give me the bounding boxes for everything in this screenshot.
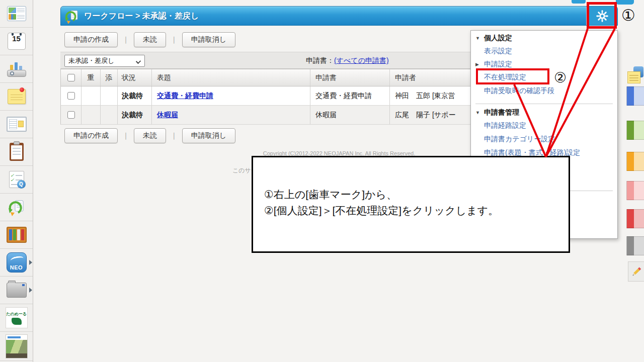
sidebar-item-survey[interactable]: ✓ ✓ Q (0, 166, 33, 194)
toolbar-separator: ｜ (122, 35, 129, 44)
toolbar-separator: ｜ (171, 131, 178, 140)
unread-button[interactable]: 未読 (134, 32, 166, 47)
all-forms-link[interactable]: (すべての申請書) (334, 56, 389, 64)
menu-group-form-management[interactable]: ▼ 申請書管理 (471, 106, 617, 119)
label-tab-green[interactable] (626, 121, 644, 140)
flyout-arrow-icon (29, 288, 32, 293)
survey-icon: ✓ ✓ Q (9, 171, 24, 188)
sidebar-item-neo[interactable]: NEO (0, 249, 33, 277)
status-text: 決裁待 (122, 111, 143, 120)
form-filter-label: 申請書： (306, 56, 334, 64)
app-screen: 15 ✓ ✓ Q (0, 0, 644, 362)
app-sidebar: 15 ✓ ✓ Q (0, 0, 33, 362)
triangle-right-icon: ▶ (475, 62, 479, 67)
view-select[interactable]: 未承認・差戻し (64, 55, 145, 67)
menu-item-display-settings[interactable]: 表示設定 (471, 45, 617, 58)
survey-q-badge: Q (17, 180, 26, 189)
col-header-title[interactable]: 表題 (151, 69, 310, 86)
workflow-icon (7, 198, 26, 217)
label-tab-gray[interactable] (626, 236, 644, 255)
create-request-button[interactable]: 申請の作成 (64, 128, 118, 143)
sidebar-item-workflow[interactable] (0, 194, 33, 221)
tanomeru-logo: たのめーる (6, 307, 28, 328)
portal-icon (7, 6, 26, 21)
menu-item-category-settings[interactable]: 申請書カテゴリー設定 (471, 133, 617, 146)
status-text: 決裁待 (122, 92, 143, 101)
step-marker-1: ① (621, 6, 635, 24)
sidebar-item-cabinet[interactable] (0, 277, 33, 304)
annotation-line-1: ①右上の[歯車マーク]から、 (264, 188, 397, 202)
sidebar-item-tanomeru[interactable]: たのめーる (0, 304, 33, 332)
sidebar-item-facility[interactable] (0, 55, 33, 83)
sidebar-item-ad-banner[interactable] (0, 332, 33, 361)
label-tab-blue[interactable] (626, 86, 644, 106)
cancel-request-button[interactable]: 申請取消し (182, 32, 235, 47)
row-checkbox[interactable] (67, 111, 75, 119)
menu-group-personal-settings[interactable]: ▼ 個人設定 (471, 32, 617, 45)
request-title-link[interactable]: 交通費・経費申請 (157, 92, 213, 101)
sidebar-item-report[interactable] (0, 138, 33, 166)
sidebar-item-schedule[interactable]: 15 (0, 28, 33, 55)
view-select-value: 未承認・差戻し (68, 57, 114, 64)
toolbar-separator: ｜ (122, 131, 129, 140)
col-header-attachment[interactable]: 添 (100, 69, 117, 86)
menu-item-receipt-confirmation[interactable]: 申請受取時の確認手段 (471, 84, 617, 98)
bookshelf-icon (7, 227, 27, 243)
step-marker-2: ② (554, 69, 567, 86)
clipboard-icon (10, 143, 24, 161)
page-title: ワークフロー > 未承認・差戻し (84, 7, 199, 25)
sidebar-item-portal[interactable] (0, 0, 33, 28)
flyout-arrow-icon (29, 260, 32, 265)
calendar-icon: 15 (8, 33, 26, 50)
request-title-link[interactable]: 休暇届 (157, 111, 178, 120)
cancel-request-button[interactable]: 申請取消し (182, 128, 235, 143)
toolbar-top: 申請の作成 ｜ 未読 ｜ 申請取消し (64, 32, 235, 47)
annotation-line-2: ②[個人設定]＞[不在処理設定]をクリックします。 (264, 204, 499, 218)
col-header-form[interactable]: 申請書 (310, 69, 389, 86)
unread-button[interactable]: 未読 (134, 128, 166, 143)
select-all-checkbox[interactable] (67, 74, 75, 81)
toolbar-separator: ｜ (171, 35, 178, 44)
cutoff-ui-fragment (616, 0, 634, 5)
form-name: 休暇届 (310, 106, 389, 124)
chevron-down-icon (136, 59, 141, 64)
create-request-button[interactable]: 申請の作成 (64, 32, 118, 47)
sticky-note-icon[interactable] (627, 66, 644, 83)
form-filter: 申請書：(すべての申請書) (306, 56, 389, 65)
label-tab-orange[interactable] (626, 152, 644, 171)
memo-icon (8, 89, 26, 104)
label-tab-pink[interactable] (626, 181, 644, 200)
menu-item-route-settings[interactable]: 申請経路設定 (471, 119, 617, 132)
form-name: 交通費・経費申請 (310, 86, 389, 105)
col-header-status[interactable]: 状況 (117, 69, 151, 86)
sidebar-item-library[interactable] (0, 221, 33, 249)
highlight-box-absence-setting (476, 68, 549, 84)
toolbar-bottom: 申請の作成 ｜ 未読 ｜ 申請取消し (64, 128, 235, 143)
sidebar-item-memo[interactable] (0, 83, 33, 111)
row-checkbox[interactable] (67, 92, 75, 100)
module-header: ワークフロー > 未承認・差戻し (60, 6, 618, 26)
pencil-edit-icon[interactable] (628, 261, 644, 282)
col-header-important[interactable]: 重 (81, 69, 100, 86)
bulletin-board-icon (7, 117, 27, 132)
triangle-down-icon: ▼ (475, 36, 480, 41)
projector-icon (6, 60, 27, 78)
cutoff-ui-fragment (572, 0, 586, 4)
label-tab-red[interactable] (626, 209, 644, 228)
annotation-box: ①右上の[歯車マーク]から、 ②[個人設定]＞[不在処理設定]をクリックします。 (252, 156, 570, 253)
neo-app-icon: NEO (7, 252, 27, 273)
highlight-box-gear (587, 2, 617, 29)
folder-icon (7, 283, 27, 298)
triangle-down-icon: ▼ (475, 110, 480, 115)
workflow-header-icon (64, 9, 79, 26)
menu-separator (475, 104, 613, 104)
sidebar-item-bulletin[interactable] (0, 111, 33, 138)
ad-banner-image (6, 334, 28, 358)
